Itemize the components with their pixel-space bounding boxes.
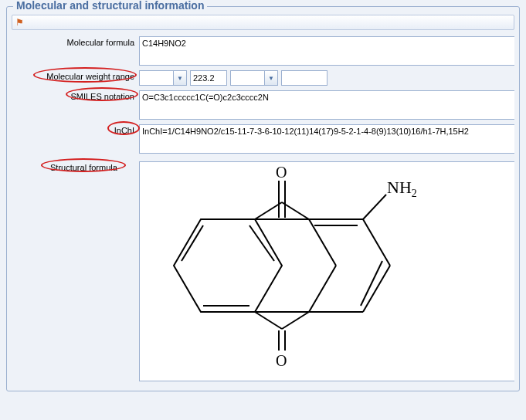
weight-extra-input[interactable] — [281, 70, 327, 86]
svg-line-29 — [363, 195, 386, 219]
svg-line-7 — [309, 266, 336, 312]
row-inchi: InChI — [12, 124, 514, 154]
molecule-diagram: O O NH2 — [143, 165, 498, 374]
molecular-structural-section: Molecular and structural information ⚑ M… — [6, 6, 520, 391]
svg-line-21 — [255, 202, 282, 219]
inchi-input[interactable] — [139, 124, 514, 154]
label-molecular-formula: Molecular formula — [12, 36, 139, 47]
flag-toolbar: ⚑ — [12, 15, 514, 30]
weight-low-combo[interactable]: ▼ — [139, 70, 187, 86]
svg-line-22 — [282, 202, 309, 219]
row-molecular-formula: Molecular formula — [12, 36, 514, 66]
row-structural-formula: Structural formula — [12, 161, 514, 381]
weight-high-combo[interactable]: ▼ — [230, 70, 278, 86]
flag-icon[interactable]: ⚑ — [15, 17, 24, 28]
svg-line-26 — [282, 312, 309, 329]
molecular-formula-input[interactable] — [139, 36, 514, 66]
svg-line-1 — [182, 225, 203, 261]
weight-high-input[interactable] — [230, 70, 264, 86]
weight-low-input[interactable] — [139, 70, 173, 86]
oxygen-top-label: O — [276, 165, 287, 181]
label-molecular-weight-range: Molecular weight range — [46, 72, 134, 81]
chevron-down-icon[interactable]: ▼ — [173, 70, 187, 86]
label-smiles: SMILES notation — [70, 92, 134, 101]
weight-value-input[interactable] — [190, 70, 227, 86]
section-title: Molecular and structural information — [13, 0, 207, 12]
label-inchi: InChI — [114, 126, 134, 135]
chevron-down-icon[interactable]: ▼ — [264, 70, 278, 86]
row-smiles: SMILES notation — [12, 90, 514, 120]
svg-marker-9 — [309, 219, 390, 312]
nh2-label: NH2 — [387, 178, 417, 199]
svg-marker-0 — [174, 219, 282, 312]
structural-formula-image: O O NH2 — [139, 161, 514, 381]
smiles-input[interactable] — [139, 90, 514, 120]
row-molecular-weight-range: Molecular weight range ▼ ▼ — [12, 70, 514, 86]
label-structural-formula: Structural formula — [50, 163, 117, 172]
svg-line-11 — [363, 219, 390, 266]
svg-marker-4 — [255, 219, 336, 312]
svg-line-25 — [255, 312, 282, 329]
oxygen-bottom-label: O — [276, 352, 287, 369]
